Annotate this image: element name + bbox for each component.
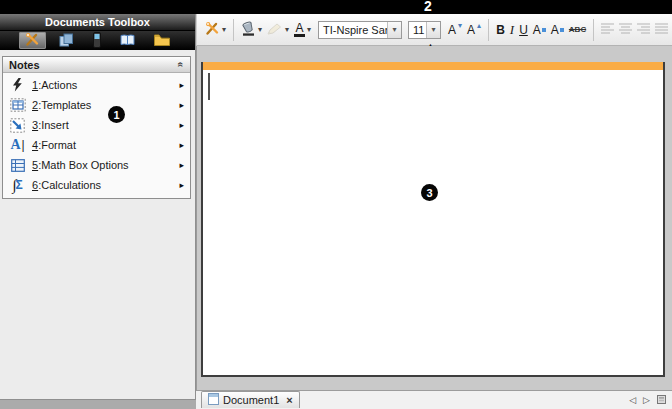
align-left-button[interactable] [600,18,615,42]
font-family-value: TI-Nspire Sans [319,24,387,36]
page-header-bar [203,62,663,70]
toolbox-tab-bar [0,31,195,50]
submenu-arrow-icon: ▸ [179,100,184,110]
bold-button[interactable]: B [495,18,506,42]
menu-item-calculations[interactable]: ∫Σ 6:Calculations ▸ [3,175,190,195]
math-box-icon [7,159,28,172]
menu-item-label: 2:Templates [32,99,175,111]
submenu-arrow-icon: ▸ [179,180,184,190]
align-justify-button[interactable] [654,18,669,42]
lightning-icon [7,78,28,92]
notes-panel-header[interactable]: Notes « [3,57,190,73]
pencil-icon [267,23,283,37]
align-center-icon [619,23,632,36]
document-page[interactable] [201,62,665,377]
format-a-icon: A| [7,138,28,152]
pages-icon [59,33,74,49]
integral-sigma-icon: ∫Σ [7,178,28,193]
wrench-hammer-icon [205,21,220,38]
top-strip: 2 [0,0,672,14]
dropdown-arrow-icon: ▾ [258,25,262,34]
table-grid-icon [7,98,28,112]
sidebar-bottom-strip [0,399,196,409]
document-page-icon [208,393,219,407]
fill-color-button[interactable]: ▾ [240,18,263,42]
callout-step-1: 1 [108,106,125,123]
insert-arrow-icon [7,118,28,133]
previous-page-icon[interactable]: ◁ [629,395,636,405]
submenu-arrow-icon: ▸ [179,140,184,150]
callout-step-3: 3 [421,184,438,201]
increase-font-size-button[interactable]: A ▴ [466,18,482,42]
menu-item-actions[interactable]: 1:Actions ▸ [3,75,190,95]
subscript-square-icon [560,28,564,32]
notes-panel-title: Notes [9,59,40,71]
dropdown-arrow-icon: ▾ [307,25,311,34]
folder-icon [154,34,170,48]
text-cursor [208,73,210,100]
toolbar-separator [593,19,594,41]
menu-item-label: 4:Format [32,139,175,151]
underline-button[interactable]: U [518,18,529,42]
menu-item-label: 3:Insert [32,119,175,131]
documents-toolbox-title: Documents Toolbox [0,14,195,31]
dropdown-arrow-icon[interactable]: ▾ [387,22,401,38]
superscript-square-icon [542,28,546,32]
down-arrow-icon: ▾ [458,21,462,30]
align-center-button[interactable] [618,18,633,42]
subscript-button[interactable]: A [550,18,565,42]
book-icon [120,34,135,48]
document-tools-menu-button[interactable]: ▾ [204,18,227,42]
handheld-icon [93,32,101,50]
tab-content-explorer[interactable] [148,32,176,49]
align-justify-icon [655,23,668,36]
document-tab-bar: Document1 × ◁ ▷ [196,390,672,409]
submenu-arrow-icon: ▸ [179,120,184,130]
wrench-hammer-icon [25,32,40,49]
dropdown-arrow-icon: ▾ [222,25,226,34]
up-arrow-icon: ▴ [477,21,481,30]
close-tab-icon[interactable]: × [286,394,292,406]
submenu-arrow-icon: ▸ [179,80,184,90]
menu-item-label: 5:Math Box Options [32,159,175,171]
tab-document-tools[interactable] [19,32,46,49]
superscript-button[interactable]: A [532,18,547,42]
document-tab-label: Document1 [223,394,279,406]
toolbar-separator [233,19,234,41]
documents-toolbox-panel: Documents Toolbox [0,14,196,399]
page-sorter-view-icon[interactable] [657,395,666,406]
ti-nspire-window: 2 Documents Toolbox [0,0,672,409]
dropdown-arrow-icon: ▾ [285,25,289,34]
tab-page-sorter[interactable] [53,32,80,49]
font-family-select[interactable]: TI-Nspire Sans ▾ [318,21,402,39]
text-color-a-icon: A [294,22,305,37]
align-left-icon [601,23,614,36]
submenu-arrow-icon: ▸ [179,160,184,170]
align-right-icon [637,23,650,36]
notes-menu: 1:Actions ▸ 2:Templates ▸ [3,73,190,198]
next-page-icon[interactable]: ▷ [643,395,650,405]
tab-utilities[interactable] [114,32,141,49]
document-tab[interactable]: Document1 × [201,391,300,408]
page-navigation: ◁ ▷ [629,395,666,406]
text-color-button[interactable]: A ▾ [293,18,312,42]
paint-bucket-icon [241,21,256,38]
menu-item-label: 6:Calculations [32,179,175,191]
menu-item-format[interactable]: A| 4:Format ▸ [3,135,190,155]
toolbar-separator [488,19,489,41]
tab-smartview-emulator[interactable] [87,32,107,49]
menu-item-templates[interactable]: 2:Templates ▸ [3,95,190,115]
notes-panel: Notes « 1:Actions ▸ [2,56,191,199]
font-size-select[interactable]: 11 ▾ [408,21,441,39]
italic-button[interactable]: I [509,18,515,42]
menu-item-insert[interactable]: 3:Insert ▸ [3,115,190,135]
strikethrough-button[interactable]: ABC [568,18,587,42]
dropdown-arrow-icon[interactable]: ▾ [426,22,440,38]
collapse-panel-icon[interactable]: « [176,62,187,68]
menu-item-label: 1:Actions [32,79,175,91]
font-size-value: 11 [409,24,426,36]
menu-item-math-box-options[interactable]: 5:Math Box Options ▸ [3,155,190,175]
line-color-button[interactable]: ▾ [266,18,290,42]
align-right-button[interactable] [636,18,651,42]
decrease-font-size-button[interactable]: A ▾ [447,18,463,42]
